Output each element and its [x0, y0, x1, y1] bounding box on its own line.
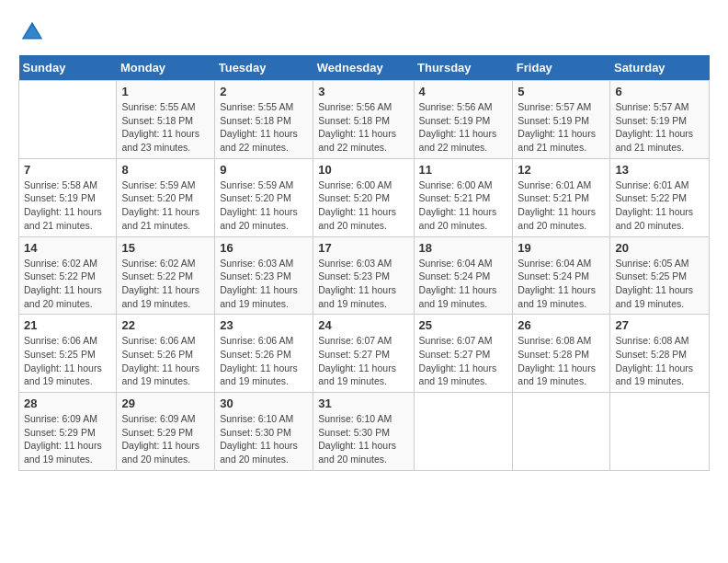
header-sunday: Sunday: [19, 55, 117, 81]
day-number: 18: [419, 241, 508, 255]
day-info: Sunrise: 6:03 AM Sunset: 5:23 PM Dayligh…: [318, 257, 408, 311]
calendar-cell: 15Sunrise: 6:02 AM Sunset: 5:22 PM Dayli…: [117, 236, 215, 315]
day-number: 20: [615, 241, 704, 255]
calendar-cell: [414, 393, 513, 471]
calendar-cell: 9Sunrise: 5:59 AM Sunset: 5:20 PM Daylig…: [215, 158, 313, 236]
day-number: 1: [121, 85, 210, 98]
calendar-cell: 19Sunrise: 6:04 AM Sunset: 5:24 PM Dayli…: [513, 236, 610, 315]
day-info: Sunrise: 5:57 AM Sunset: 5:19 PM Dayligh…: [615, 100, 704, 155]
header-wednesday: Wednesday: [313, 55, 414, 81]
calendar-cell: 20Sunrise: 6:05 AM Sunset: 5:25 PM Dayli…: [610, 236, 710, 315]
day-number: 4: [419, 85, 508, 98]
day-info: Sunrise: 5:59 AM Sunset: 5:20 PM Dayligh…: [220, 178, 308, 233]
day-info: Sunrise: 6:07 AM Sunset: 5:27 PM Dayligh…: [419, 334, 508, 388]
logo: [18, 18, 50, 46]
day-info: Sunrise: 5:55 AM Sunset: 5:18 PM Dayligh…: [220, 100, 308, 155]
day-number: 29: [121, 396, 210, 410]
day-number: 31: [318, 396, 408, 410]
day-number: 3: [318, 85, 408, 98]
day-info: Sunrise: 6:01 AM Sunset: 5:21 PM Dayligh…: [518, 178, 605, 233]
day-info: Sunrise: 6:00 AM Sunset: 5:20 PM Dayligh…: [318, 178, 408, 233]
day-number: 7: [24, 163, 111, 177]
header-monday: Monday: [117, 55, 215, 81]
calendar-cell: 6Sunrise: 5:57 AM Sunset: 5:19 PM Daylig…: [610, 81, 710, 159]
day-info: Sunrise: 5:56 AM Sunset: 5:18 PM Dayligh…: [318, 100, 408, 155]
day-number: 27: [615, 318, 704, 332]
day-info: Sunrise: 5:59 AM Sunset: 5:20 PM Dayligh…: [121, 178, 210, 233]
day-number: 28: [24, 396, 111, 410]
day-info: Sunrise: 5:58 AM Sunset: 5:19 PM Dayligh…: [24, 178, 111, 233]
day-info: Sunrise: 6:01 AM Sunset: 5:22 PM Dayligh…: [615, 178, 704, 233]
day-info: Sunrise: 6:07 AM Sunset: 5:27 PM Dayligh…: [318, 334, 408, 388]
header-thursday: Thursday: [414, 55, 513, 81]
calendar-cell: 8Sunrise: 5:59 AM Sunset: 5:20 PM Daylig…: [117, 158, 215, 236]
calendar-cell: 10Sunrise: 6:00 AM Sunset: 5:20 PM Dayli…: [313, 158, 414, 236]
day-number: 13: [615, 163, 704, 177]
day-number: 2: [220, 85, 308, 98]
calendar-cell: [19, 81, 117, 159]
calendar-cell: 21Sunrise: 6:06 AM Sunset: 5:25 PM Dayli…: [19, 315, 117, 393]
day-info: Sunrise: 6:10 AM Sunset: 5:30 PM Dayligh…: [220, 412, 308, 466]
day-number: 26: [518, 318, 605, 332]
calendar-cell: 16Sunrise: 6:03 AM Sunset: 5:23 PM Dayli…: [215, 236, 313, 315]
calendar-week-row: 1Sunrise: 5:55 AM Sunset: 5:18 PM Daylig…: [19, 81, 710, 159]
day-info: Sunrise: 6:08 AM Sunset: 5:28 PM Dayligh…: [615, 334, 704, 388]
calendar-cell: 14Sunrise: 6:02 AM Sunset: 5:22 PM Dayli…: [19, 236, 117, 315]
header-friday: Friday: [513, 55, 610, 81]
calendar-week-row: 7Sunrise: 5:58 AM Sunset: 5:19 PM Daylig…: [19, 158, 710, 236]
header-saturday: Saturday: [610, 55, 710, 81]
day-info: Sunrise: 6:08 AM Sunset: 5:28 PM Dayligh…: [518, 334, 605, 388]
day-info: Sunrise: 6:09 AM Sunset: 5:29 PM Dayligh…: [121, 412, 210, 466]
day-number: 14: [24, 241, 111, 255]
day-number: 5: [518, 85, 605, 98]
day-info: Sunrise: 6:06 AM Sunset: 5:25 PM Dayligh…: [24, 334, 111, 388]
calendar-cell: 24Sunrise: 6:07 AM Sunset: 5:27 PM Dayli…: [313, 315, 414, 393]
calendar-cell: 28Sunrise: 6:09 AM Sunset: 5:29 PM Dayli…: [19, 393, 117, 471]
calendar-cell: 1Sunrise: 5:55 AM Sunset: 5:18 PM Daylig…: [117, 81, 215, 159]
day-number: 16: [220, 241, 308, 255]
day-number: 22: [121, 318, 210, 332]
calendar-cell: 4Sunrise: 5:56 AM Sunset: 5:19 PM Daylig…: [414, 81, 513, 159]
calendar-cell: 2Sunrise: 5:55 AM Sunset: 5:18 PM Daylig…: [215, 81, 313, 159]
calendar-week-row: 14Sunrise: 6:02 AM Sunset: 5:22 PM Dayli…: [19, 236, 710, 315]
day-number: 15: [121, 241, 210, 255]
header-tuesday: Tuesday: [215, 55, 313, 81]
day-info: Sunrise: 6:02 AM Sunset: 5:22 PM Dayligh…: [24, 257, 111, 311]
calendar-cell: 31Sunrise: 6:10 AM Sunset: 5:30 PM Dayli…: [313, 393, 414, 471]
day-number: 17: [318, 241, 408, 255]
day-info: Sunrise: 6:10 AM Sunset: 5:30 PM Dayligh…: [318, 412, 408, 466]
calendar-cell: 27Sunrise: 6:08 AM Sunset: 5:28 PM Dayli…: [610, 315, 710, 393]
day-info: Sunrise: 6:03 AM Sunset: 5:23 PM Dayligh…: [220, 257, 308, 311]
day-info: Sunrise: 5:57 AM Sunset: 5:19 PM Dayligh…: [518, 100, 605, 155]
day-number: 24: [318, 318, 408, 332]
day-info: Sunrise: 6:04 AM Sunset: 5:24 PM Dayligh…: [518, 257, 605, 311]
calendar-cell: 22Sunrise: 6:06 AM Sunset: 5:26 PM Dayli…: [117, 315, 215, 393]
calendar-cell: [513, 393, 610, 471]
day-info: Sunrise: 6:04 AM Sunset: 5:24 PM Dayligh…: [419, 257, 508, 311]
day-number: 25: [419, 318, 508, 332]
day-info: Sunrise: 6:00 AM Sunset: 5:21 PM Dayligh…: [419, 178, 508, 233]
day-number: 11: [419, 163, 508, 177]
calendar-cell: 25Sunrise: 6:07 AM Sunset: 5:27 PM Dayli…: [414, 315, 513, 393]
day-number: 8: [121, 163, 210, 177]
calendar-cell: 18Sunrise: 6:04 AM Sunset: 5:24 PM Dayli…: [414, 236, 513, 315]
calendar-cell: 5Sunrise: 5:57 AM Sunset: 5:19 PM Daylig…: [513, 81, 610, 159]
calendar-cell: 26Sunrise: 6:08 AM Sunset: 5:28 PM Dayli…: [513, 315, 610, 393]
day-number: 6: [615, 85, 704, 98]
calendar-cell: 12Sunrise: 6:01 AM Sunset: 5:21 PM Dayli…: [513, 158, 610, 236]
day-info: Sunrise: 6:06 AM Sunset: 5:26 PM Dayligh…: [220, 334, 308, 388]
calendar-cell: 3Sunrise: 5:56 AM Sunset: 5:18 PM Daylig…: [313, 81, 414, 159]
calendar-cell: 29Sunrise: 6:09 AM Sunset: 5:29 PM Dayli…: [117, 393, 215, 471]
day-info: Sunrise: 6:05 AM Sunset: 5:25 PM Dayligh…: [615, 257, 704, 311]
calendar-cell: 30Sunrise: 6:10 AM Sunset: 5:30 PM Dayli…: [215, 393, 313, 471]
calendar-header-row: SundayMondayTuesdayWednesdayThursdayFrid…: [19, 55, 710, 81]
day-number: 21: [24, 318, 111, 332]
page-header: [18, 18, 710, 46]
day-number: 9: [220, 163, 308, 177]
calendar-cell: 17Sunrise: 6:03 AM Sunset: 5:23 PM Dayli…: [313, 236, 414, 315]
calendar-table: SundayMondayTuesdayWednesdayThursdayFrid…: [18, 55, 710, 471]
day-info: Sunrise: 6:09 AM Sunset: 5:29 PM Dayligh…: [24, 412, 111, 466]
calendar-cell: 23Sunrise: 6:06 AM Sunset: 5:26 PM Dayli…: [215, 315, 313, 393]
calendar-cell: 7Sunrise: 5:58 AM Sunset: 5:19 PM Daylig…: [19, 158, 117, 236]
day-info: Sunrise: 5:55 AM Sunset: 5:18 PM Dayligh…: [121, 100, 210, 155]
